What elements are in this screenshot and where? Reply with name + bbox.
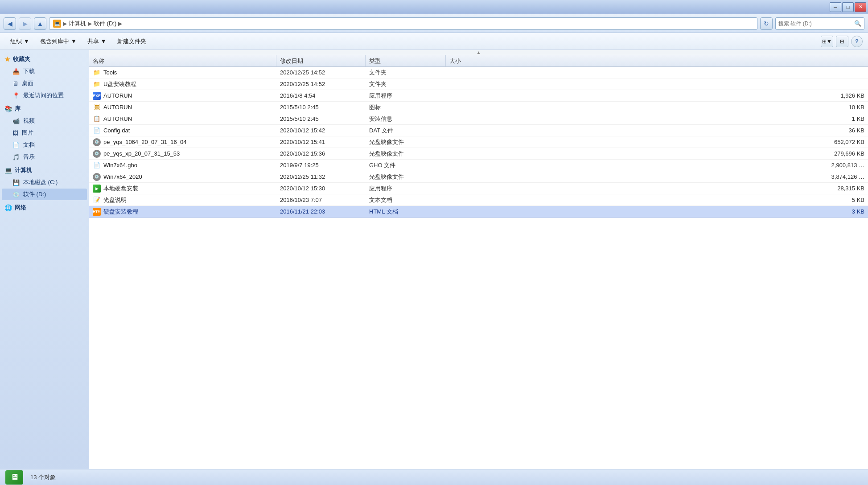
file-name-cell: 📁 U盘安装教程	[89, 80, 276, 88]
drive-d-icon: 💿	[12, 191, 20, 198]
recent-label: 最近访问的位置	[23, 91, 64, 99]
address-path[interactable]: 💻 ▶ 计算机 ▶ 软件 (D:) ▶	[49, 17, 757, 30]
status-logo: 🖥	[5, 470, 23, 485]
file-date-cell: 2020/12/25 11:32	[276, 173, 366, 180]
file-name: AUTORUN	[103, 92, 132, 99]
file-icon: ▶	[93, 185, 101, 193]
close-button[interactable]: ✕	[855, 2, 866, 12]
view-options-button[interactable]: ⊞▼	[821, 36, 833, 47]
organize-label: 组织	[10, 37, 22, 45]
music-label: 音乐	[23, 153, 35, 161]
favorites-section: ★ 收藏夹 📥 下载 🖥 桌面 📍 最近访问的位置	[0, 53, 89, 101]
drive-c-icon: 💾	[12, 179, 20, 186]
file-date-cell: 2020/10/12 15:36	[276, 150, 366, 157]
file-size-cell: 2,900,813 …	[446, 162, 868, 169]
sidebar-item-doc[interactable]: 📄 文档	[2, 139, 87, 151]
back-button[interactable]: ◀	[4, 17, 16, 30]
star-icon: ★	[4, 56, 10, 63]
forward-button[interactable]: ▶	[19, 17, 31, 30]
file-date-cell: 2020/12/25 14:52	[276, 81, 366, 87]
table-row[interactable]: 💿 pe_yqs_xp_20_07_31_15_53 2020/10/12 15…	[89, 148, 868, 160]
file-size-cell: 652,072 KB	[446, 139, 868, 145]
sidebar: ★ 收藏夹 📥 下载 🖥 桌面 📍 最近访问的位置 📚 库 📹	[0, 50, 89, 469]
share-label: 共享	[87, 37, 99, 45]
table-row[interactable]: 📄 Config.dat 2020/10/12 15:42 DAT 文件 36 …	[89, 125, 868, 136]
sidebar-item-image[interactable]: 🖼 图片	[2, 127, 87, 139]
table-row[interactable]: 📋 AUTORUN 2015/5/10 2:45 安装信息 1 KB	[89, 113, 868, 125]
file-date-cell: 2019/9/7 19:25	[276, 162, 366, 169]
file-name: pe_yqs_xp_20_07_31_15_53	[103, 150, 180, 157]
maximize-button[interactable]: □	[842, 2, 854, 12]
col-header-name[interactable]: 名称	[89, 55, 276, 66]
up-button[interactable]: ▲	[34, 17, 46, 30]
col-header-type[interactable]: 类型	[366, 55, 446, 66]
table-row[interactable]: 📁 Tools 2020/12/25 14:52 文件夹	[89, 67, 868, 78]
file-icon: HTM	[93, 208, 101, 216]
file-date-cell: 2020/10/12 15:42	[276, 127, 366, 134]
table-row[interactable]: HTM 硬盘安装教程 2016/11/21 22:03 HTML 文档 3 KB	[89, 206, 868, 218]
col-header-size[interactable]: 大小	[446, 55, 868, 66]
share-dropdown-icon: ▼	[101, 38, 107, 45]
file-name-cell: 📋 AUTORUN	[89, 115, 276, 123]
path-drive-d[interactable]: 软件 (D:)	[94, 20, 116, 28]
recent-icon: 📍	[12, 92, 20, 99]
table-row[interactable]: 📄 Win7x64.gho 2019/9/7 19:25 GHO 文件 2,90…	[89, 160, 868, 171]
file-icon: 💿	[93, 150, 101, 158]
table-row[interactable]: ▶ 本地硬盘安装 2020/10/12 15:30 应用程序 28,315 KB	[89, 183, 868, 194]
file-size-cell: 10 KB	[446, 104, 868, 111]
file-name-cell: 📝 光盘说明	[89, 196, 276, 204]
file-icon: 📁	[93, 80, 101, 88]
search-input[interactable]	[778, 21, 852, 27]
file-name: 光盘说明	[103, 196, 127, 204]
file-name-cell: 💿 pe_yqs_xp_20_07_31_15_53	[89, 150, 276, 158]
sidebar-item-drive-c[interactable]: 💾 本地磁盘 (C:)	[2, 177, 87, 188]
library-header[interactable]: 📚 库	[0, 103, 89, 115]
new-folder-button[interactable]: 新建文件夹	[112, 35, 151, 48]
path-separator-3: ▶	[118, 21, 122, 27]
file-date-cell: 2020/12/25 14:52	[276, 69, 366, 76]
include-dropdown-icon: ▼	[71, 38, 77, 45]
file-type-cell: GHO 文件	[366, 161, 446, 169]
table-row[interactable]: 📝 光盘说明 2016/10/23 7:07 文本文档 5 KB	[89, 194, 868, 206]
table-row[interactable]: 💿 Win7x64_2020 2020/12/25 11:32 光盘映像文件 3…	[89, 171, 868, 183]
table-row[interactable]: 🖼 AUTORUN 2015/5/10 2:45 图标 10 KB	[89, 102, 868, 113]
file-type-cell: 文件夹	[366, 69, 446, 77]
minimize-button[interactable]: ─	[830, 2, 841, 12]
table-row[interactable]: 💿 pe_yqs_1064_20_07_31_16_04 2020/10/12 …	[89, 136, 868, 148]
computer-label: 计算机	[15, 166, 32, 174]
file-icon: 💿	[93, 173, 101, 181]
computer-header[interactable]: 💻 计算机	[0, 164, 89, 176]
favorites-header[interactable]: ★ 收藏夹	[0, 53, 89, 65]
organize-button[interactable]: 组织 ▼	[5, 35, 34, 48]
network-header[interactable]: 🌐 网络	[0, 202, 89, 214]
sidebar-item-video[interactable]: 📹 视频	[2, 115, 87, 127]
path-computer[interactable]: 计算机	[69, 20, 86, 28]
drive-d-label: 软件 (D:)	[23, 190, 46, 198]
include-label: 包含到库中	[40, 37, 69, 45]
table-row[interactable]: EXE AUTORUN 2016/1/8 4:54 应用程序 1,926 KB	[89, 90, 868, 102]
include-library-button[interactable]: 包含到库中 ▼	[35, 35, 82, 48]
file-type-cell: 安装信息	[366, 115, 446, 123]
address-bar: ◀ ▶ ▲ 💻 ▶ 计算机 ▶ 软件 (D:) ▶ ↻ 🔍	[0, 14, 868, 33]
library-icon: 📚	[4, 105, 12, 112]
search-icon[interactable]: 🔍	[854, 20, 861, 27]
file-name: Win7x64.gho	[103, 162, 137, 169]
share-button[interactable]: 共享 ▼	[82, 35, 111, 48]
sidebar-item-music[interactable]: 🎵 音乐	[2, 151, 87, 163]
sidebar-item-recent[interactable]: 📍 最近访问的位置	[2, 90, 87, 101]
sidebar-item-downloads[interactable]: 📥 下载	[2, 66, 87, 77]
downloads-label: 下载	[23, 67, 35, 75]
refresh-button[interactable]: ↻	[760, 17, 773, 30]
sidebar-item-desktop[interactable]: 🖥 桌面	[2, 78, 87, 89]
file-size-cell: 3 KB	[446, 208, 868, 215]
help-button[interactable]: ?	[851, 36, 863, 47]
title-bar: ─ □ ✕	[0, 0, 868, 14]
search-box[interactable]: 🔍	[775, 17, 864, 30]
preview-pane-button[interactable]: ⊟	[836, 36, 848, 47]
col-header-date[interactable]: 修改日期	[276, 55, 366, 66]
sidebar-item-drive-d[interactable]: 💿 软件 (D:)	[2, 189, 87, 200]
toolbar-right: ⊞▼ ⊟ ?	[821, 36, 863, 47]
doc-label: 文档	[23, 141, 35, 149]
music-icon: 🎵	[12, 154, 20, 160]
table-row[interactable]: 📁 U盘安装教程 2020/12/25 14:52 文件夹	[89, 78, 868, 90]
